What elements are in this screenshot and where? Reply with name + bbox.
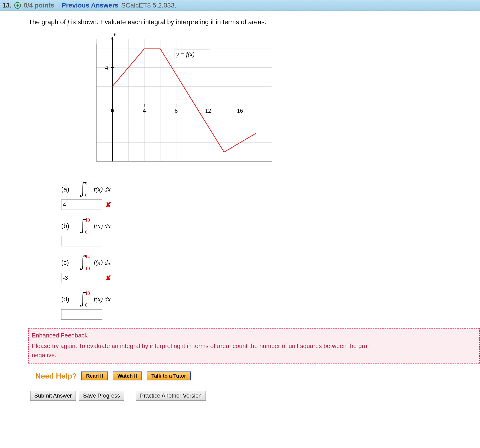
integral-sign-icon: 180 <box>79 292 87 307</box>
question-header: 13. + 0/4 points | Previous Answers SCal… <box>0 0 480 11</box>
feedback-title: Enhanced Feedback <box>32 331 476 340</box>
integral-lower: 0 <box>85 193 87 198</box>
integral-sign-icon: 1410 <box>79 255 87 270</box>
svg-text:8: 8 <box>175 107 178 114</box>
save-progress-button[interactable]: Save Progress <box>79 391 124 401</box>
svg-marker-23 <box>111 37 114 39</box>
plus-icon[interactable]: + <box>14 2 21 9</box>
feedback-tail: negative. <box>32 352 56 359</box>
integral-expression: 100f(x) dx <box>79 218 111 234</box>
integral-lower: 0 <box>85 229 87 235</box>
submit-answer-button[interactable]: Submit Answer <box>30 391 76 401</box>
function-graph: 04812164yxy = f(x) <box>80 30 480 175</box>
svg-text:4: 4 <box>105 64 108 71</box>
svg-text:16: 16 <box>237 107 243 114</box>
part-b: (b)100f(x) dx <box>61 218 480 246</box>
answer-input-d[interactable] <box>61 309 102 320</box>
enhanced-feedback: Enhanced Feedback Please try again. To e… <box>28 328 480 363</box>
svg-point-45 <box>80 269 81 270</box>
integral-upper: 14 <box>85 254 90 259</box>
part-c: (c)1410f(x) dx✘ <box>61 255 480 283</box>
question-number: 13. <box>2 2 12 9</box>
parts-list: (a)40f(x) dx✘(b)100f(x) dx(c)1410f(x) dx… <box>61 182 480 320</box>
separator: | <box>57 2 59 9</box>
integral-expression: 180f(x) dx <box>79 292 111 307</box>
integrand: f(x) dx <box>94 259 111 266</box>
svg-rect-19 <box>96 44 272 162</box>
previous-answers-link[interactable]: Previous Answers <box>62 2 119 9</box>
part-a: (a)40f(x) dx✘ <box>61 182 480 210</box>
integral-lower: 10 <box>85 266 90 271</box>
svg-text:4: 4 <box>143 107 146 114</box>
prompt-pre: The graph of <box>28 18 68 26</box>
svg-text:12: 12 <box>205 107 211 114</box>
svg-text:y = f(x): y = f(x) <box>176 51 194 58</box>
points-text: 0/4 points <box>24 2 54 9</box>
part-label: (b) <box>61 222 72 230</box>
integral-lower: 0 <box>85 303 87 308</box>
svg-marker-22 <box>272 104 272 107</box>
feedback-body: Please try again. To evaluate an integra… <box>32 342 367 349</box>
action-row: Submit Answer Save Progress | Practice A… <box>30 391 480 401</box>
part-d: (d)180f(x) dx <box>61 292 480 320</box>
integral-expression: 1410f(x) dx <box>79 255 111 270</box>
integrand: f(x) dx <box>94 222 111 230</box>
help-row: Need Help? Read It Watch It Talk to a Tu… <box>35 371 480 380</box>
textbook-reference: SCalcET8 5.2.033. <box>121 2 176 9</box>
svg-point-41 <box>80 195 81 197</box>
prompt-post: is shown. Evaluate each integral by inte… <box>69 18 266 26</box>
integral-upper: 4 <box>85 181 87 186</box>
svg-text:0: 0 <box>111 107 114 114</box>
integrand: f(x) dx <box>94 295 111 303</box>
question-body: The graph of f is shown. Evaluate each i… <box>19 11 480 408</box>
answer-input-c[interactable] <box>61 273 102 283</box>
part-label: (a) <box>61 186 72 193</box>
need-help-label: Need Help? <box>35 372 77 380</box>
svg-point-47 <box>80 305 81 306</box>
integral-upper: 18 <box>85 291 90 296</box>
chart-svg: 04812164yxy = f(x) <box>80 30 272 173</box>
practice-another-button[interactable]: Practice Another Version <box>136 391 206 401</box>
integrand: f(x) dx <box>94 186 111 193</box>
read-it-button[interactable]: Read It <box>81 371 108 380</box>
incorrect-icon: ✘ <box>105 274 111 282</box>
integral-sign-icon: 100 <box>79 218 87 234</box>
svg-point-43 <box>80 232 81 233</box>
integral-sign-icon: 40 <box>79 182 87 197</box>
answer-input-b[interactable] <box>61 236 102 246</box>
part-label: (c) <box>61 259 72 266</box>
watch-it-button[interactable]: Watch It <box>113 371 142 380</box>
divider: | <box>129 392 131 399</box>
question-prompt: The graph of f is shown. Evaluate each i… <box>28 18 480 26</box>
integral-upper: 10 <box>85 217 90 223</box>
answer-input-a[interactable] <box>61 199 102 210</box>
part-label: (d) <box>61 295 72 303</box>
incorrect-icon: ✘ <box>105 201 111 209</box>
talk-to-tutor-button[interactable]: Talk to a Tutor <box>147 371 191 380</box>
svg-text:y: y <box>113 30 116 37</box>
integral-expression: 40f(x) dx <box>79 182 111 197</box>
